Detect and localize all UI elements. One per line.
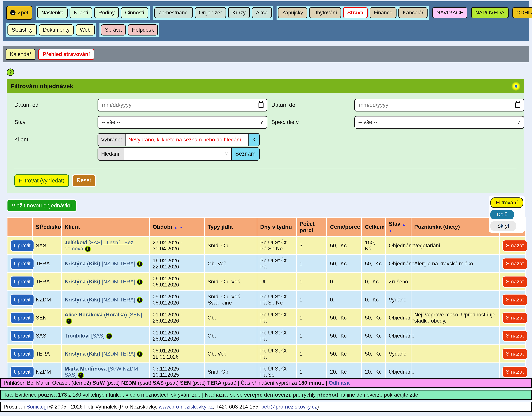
footer-link[interactable]: www.pro-neziskovky.cz: [159, 404, 213, 410]
spec-diety-select[interactable]: -- vše -- ∨: [354, 116, 524, 129]
client-link[interactable]: Kristýna (Kiki) [NZDM TERA]: [65, 261, 135, 267]
clear-selection-button[interactable]: X: [248, 134, 259, 146]
client-link[interactable]: Kristýna (Kiki) [NZDM TERA]: [65, 351, 135, 357]
delete-button[interactable]: Smazat: [502, 312, 527, 324]
edit-button[interactable]: Upravit: [10, 240, 34, 252]
footer-link[interactable]: na jiné demoverze pokračujte zde: [338, 392, 418, 398]
nav-akce[interactable]: Akce: [252, 7, 272, 18]
calendar-icon[interactable]: [515, 102, 520, 108]
edit-button[interactable]: Upravit: [10, 366, 34, 378]
info-icon[interactable]: i: [137, 279, 142, 285]
info-icon[interactable]: i: [137, 352, 142, 357]
sort-desc-icon[interactable]: ▼: [389, 229, 393, 233]
footer-link[interactable]: Odhlásit: [329, 380, 350, 386]
nav-napoveda[interactable]: NÁPOVĚDA: [471, 7, 509, 18]
cell-edit: Upravit: [7, 345, 33, 363]
nav-kurzy[interactable]: Kurzy: [228, 7, 250, 18]
nav-cinnosti[interactable]: Činnosti: [121, 7, 148, 18]
cell-klient: Alice Horáková (Horalka) [SEN]i: [61, 309, 150, 327]
footer-link[interactable]: více o možnostech skrývání zde: [126, 392, 201, 398]
nav-zapujcky[interactable]: Zápůjčky: [278, 7, 307, 18]
nav-nastenka[interactable]: Nástěnka: [37, 7, 68, 18]
nav-klienti[interactable]: Klienti: [70, 7, 92, 18]
help-icon[interactable]: ?: [7, 69, 14, 76]
datum-do-field[interactable]: [354, 99, 524, 111]
info-icon[interactable]: i: [137, 262, 142, 267]
delete-button[interactable]: Smazat: [502, 258, 527, 269]
filter-submit-button[interactable]: Filtrovat (vyhledat): [14, 174, 69, 187]
cell-stav: Objednáno: [386, 327, 411, 345]
nav-navigace[interactable]: NAVIGACE: [432, 7, 467, 18]
nav-web[interactable]: Web: [76, 24, 95, 36]
footer-link[interactable]: přechod: [317, 392, 338, 398]
nav-finance[interactable]: Finance: [370, 7, 397, 18]
sort-icons[interactable]: ▲ ▼: [174, 226, 184, 230]
cell-typy-jidla: Sníd. Ob. Več.: [204, 273, 257, 291]
info-icon[interactable]: i: [137, 297, 142, 303]
nav-kancelar[interactable]: Kancelář: [399, 7, 428, 18]
client-link[interactable]: Marta Modřínová [StrW NZDM SAS]: [65, 366, 138, 378]
delete-button[interactable]: Smazat: [502, 294, 527, 306]
edit-button[interactable]: Upravit: [10, 312, 34, 324]
datum-od-input[interactable]: [101, 102, 256, 109]
cell-delete: Smazat: [499, 273, 526, 291]
datum-do-input[interactable]: [358, 102, 513, 109]
edit-button[interactable]: Upravit: [10, 276, 34, 287]
sort-asc-icon[interactable]: ▲: [174, 226, 178, 230]
edit-button[interactable]: Upravit: [10, 330, 34, 342]
stav-select[interactable]: -- vše -- ∨: [97, 116, 267, 129]
filter-reset-button[interactable]: Reset: [72, 174, 96, 187]
info-icon[interactable]: i: [106, 334, 112, 339]
back-button[interactable]: ← Zpět: [6, 6, 32, 20]
table-row: UpravitSASJelínkovi [SAS] - Lesní - Bez …: [7, 237, 526, 255]
client-link[interactable]: Jelínkovi [SAS] - Lesní - Bez domova: [65, 240, 133, 252]
skryt-button[interactable]: Skrýt: [490, 221, 516, 231]
client-link[interactable]: Alice Horáková (Horalka) [SEN]: [65, 312, 142, 317]
nav-statistiky[interactable]: Statistiky: [8, 24, 37, 36]
delete-button[interactable]: Smazat: [502, 330, 527, 342]
edit-button[interactable]: Upravit: [10, 348, 34, 360]
footer-link[interactable]: Sonic.cgi: [27, 404, 48, 410]
calendar-icon[interactable]: [258, 102, 264, 108]
info-icon[interactable]: i: [85, 247, 90, 252]
column-header-label: Středisko: [36, 224, 61, 230]
nav-ubytovani[interactable]: Ubytování: [309, 7, 341, 18]
client-link[interactable]: Troubilovi [SAS]: [65, 333, 104, 339]
sort-asc-icon[interactable]: ▲: [402, 222, 406, 227]
nav-zamestnanci[interactable]: Zaměstnanci: [154, 7, 193, 18]
seznam-button[interactable]: Seznam: [231, 148, 259, 160]
nav-rodiny[interactable]: Rodiny: [94, 7, 119, 18]
footer-text: ,: [290, 392, 293, 398]
edit-button[interactable]: Upravit: [10, 258, 34, 269]
delete-button[interactable]: Smazat: [502, 240, 527, 252]
footer-link[interactable]: petr@pro-neziskovky.cz: [261, 404, 317, 410]
nav-dokumenty[interactable]: Dokumenty: [39, 24, 74, 36]
info-icon[interactable]: i: [66, 319, 71, 324]
tab-prehled-stravovani[interactable]: Přehled stravování: [38, 49, 94, 60]
dolu-button[interactable]: Dolů: [490, 210, 514, 219]
delete-button[interactable]: Smazat: [502, 348, 527, 360]
cell-stav: Objednáno: [386, 309, 411, 327]
info-icon[interactable]: i: [78, 373, 84, 378]
cell-obdobi: 01.02.2026 - 28.02.2026: [150, 327, 204, 345]
nav-sprava[interactable]: Správa: [101, 24, 126, 36]
nav-helpdesk[interactable]: Helpdesk: [128, 24, 158, 36]
delete-button[interactable]: Smazat: [502, 276, 527, 287]
collapse-panel-icon[interactable]: ∧: [512, 82, 520, 91]
filtrovani-button[interactable]: Filtrování: [490, 198, 523, 208]
footer-link[interactable]: pro rychlý: [293, 392, 317, 398]
client-link[interactable]: Kristýna (Kiki) [NZDM TERA]: [65, 279, 135, 285]
nav-odhlasit[interactable]: ODHLÁSIT: [512, 7, 532, 18]
tab-kalendar[interactable]: Kalendář: [6, 49, 36, 60]
cell-celkem: 0,- Kč: [362, 273, 386, 291]
delete-button[interactable]: Smazat: [502, 366, 527, 378]
edit-button[interactable]: Upravit: [10, 294, 34, 306]
sort-desc-icon[interactable]: ▼: [180, 226, 184, 230]
nav-organizer[interactable]: Organizér: [195, 7, 226, 18]
client-detail: [NZDM TERA]: [100, 261, 135, 267]
datum-od-field[interactable]: [97, 99, 267, 111]
client-link[interactable]: Kristýna (Kiki) [NZDM TERA]: [65, 297, 135, 303]
insert-order-button[interactable]: Vložit novou objednávku: [7, 199, 77, 212]
nav-strava[interactable]: Strava: [343, 7, 368, 18]
hledani-select[interactable]: ∨: [124, 148, 231, 160]
